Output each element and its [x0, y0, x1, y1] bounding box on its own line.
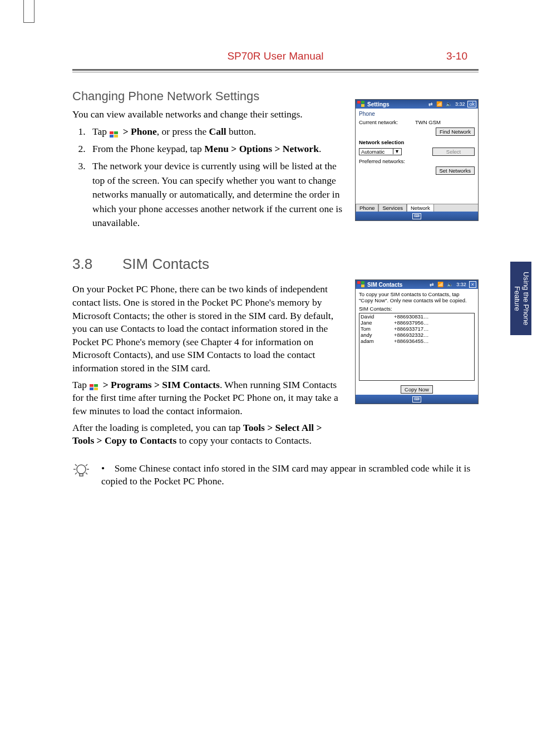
svg-rect-9 — [94, 384, 98, 387]
ok-button[interactable]: ok — [467, 101, 476, 107]
window-title: SIM Contacts — [367, 282, 402, 288]
clock-readout: 3:32 — [456, 282, 466, 287]
svg-rect-3 — [114, 135, 118, 138]
svg-rect-1 — [114, 131, 118, 134]
start-flag-icon — [89, 382, 99, 390]
svg-rect-8 — [90, 384, 93, 387]
intro-paragraph: You can view available networks and chan… — [72, 108, 344, 121]
signal-icon[interactable]: 📶 — [437, 282, 443, 287]
network-selection-label: Network selection — [359, 139, 404, 145]
svg-rect-17 — [80, 474, 83, 476]
svg-rect-13 — [361, 281, 364, 284]
step-3: The network your device is currently usi… — [88, 159, 344, 230]
tab-network[interactable]: Network — [407, 204, 434, 212]
svg-line-22 — [75, 473, 77, 474]
keyboard-icon[interactable]: ⌨ — [412, 213, 421, 219]
clock-readout: 3:32 — [455, 101, 465, 107]
svg-rect-4 — [357, 101, 361, 104]
sim-paragraph-1: On your Pocket PC Phone, there can be tw… — [72, 283, 344, 375]
connectivity-icon[interactable]: ⇄ — [430, 282, 434, 287]
connectivity-icon[interactable]: ⇄ — [428, 101, 433, 107]
screenshot-settings: Settings ⇄ 📶 🔈 3:32 ok Phone Current net… — [355, 99, 479, 221]
svg-rect-14 — [357, 284, 361, 287]
start-flag-icon — [109, 129, 119, 136]
header-rule-thick — [72, 69, 479, 71]
list-item: adam+886936455… — [359, 338, 474, 344]
signal-icon[interactable]: 📶 — [436, 101, 442, 107]
svg-line-21 — [86, 464, 87, 466]
find-network-button[interactable]: Find Network — [436, 127, 475, 136]
select-button: Select — [432, 148, 475, 156]
svg-rect-12 — [357, 281, 361, 284]
svg-rect-11 — [94, 387, 98, 390]
set-networks-button[interactable]: Set Networks — [436, 166, 475, 175]
svg-line-20 — [75, 464, 77, 466]
page-edge-marker — [23, 0, 34, 23]
list-item: Tom+886933717… — [359, 326, 474, 332]
sim-instruction-text: To copy your SIM contacts to Contacts, t… — [359, 291, 475, 303]
tip-text: Some Chinese contact info stored in the … — [101, 463, 470, 487]
svg-rect-5 — [361, 101, 364, 104]
screenshot-sim-contacts: SIM Contacts ⇄ 📶 🔈 3:32 × To copy your S… — [355, 279, 479, 404]
settings-subtitle[interactable]: Phone — [359, 111, 475, 117]
step-1: Tap > Phone, or press the Call button. — [88, 125, 344, 139]
list-item: David+886930831… — [359, 313, 474, 320]
copy-now-button[interactable]: Copy Now — [401, 385, 433, 394]
current-network-value: TWN GSM — [415, 119, 441, 125]
sim-list-label: SIM Contacts: — [359, 306, 475, 312]
svg-rect-6 — [357, 104, 361, 107]
keyboard-icon[interactable]: ⌨ — [412, 396, 421, 402]
network-selection-dropdown[interactable]: Automatic ▼ — [359, 148, 402, 155]
tip-bullet: • — [101, 463, 115, 474]
subsection-heading: Changing Phone Network Settings — [72, 89, 344, 104]
start-flag-icon[interactable] — [357, 101, 365, 107]
window-title: Settings — [367, 101, 389, 107]
section-heading: 3.8SIM Contacts — [72, 256, 479, 273]
page-number: 3-10 — [446, 50, 467, 62]
speaker-icon[interactable]: 🔈 — [447, 282, 453, 287]
svg-point-16 — [77, 465, 86, 474]
svg-line-23 — [86, 473, 87, 474]
sim-paragraph-3: After the loading is completed, you can … — [72, 421, 344, 448]
step-2: From the Phone keypad, tap Menu > Option… — [88, 142, 344, 156]
svg-rect-7 — [361, 104, 364, 107]
sim-paragraph-2: Tap > Programs > SIM Contacts. When runn… — [72, 379, 344, 418]
start-flag-icon[interactable] — [357, 281, 365, 288]
svg-rect-10 — [90, 387, 93, 390]
close-button[interactable]: × — [469, 281, 476, 288]
speaker-icon[interactable]: 🔈 — [446, 101, 452, 107]
settings-tabs: Phone Services Network — [356, 204, 478, 212]
chevron-down-icon: ▼ — [393, 149, 401, 154]
sim-contacts-list[interactable]: David+886930831… Jane+886937956… Tom+886… — [359, 313, 475, 381]
preferred-networks-label: Preferred networks: — [359, 158, 412, 164]
header-title: SP70R User Manual — [227, 50, 323, 62]
chapter-side-tab: Using the Phone Feature — [510, 262, 531, 335]
lightbulb-tip-icon — [72, 462, 90, 482]
list-item: andy+886932332… — [359, 332, 474, 338]
svg-rect-15 — [361, 284, 364, 287]
header-rule-thin — [72, 72, 479, 72]
tab-phone[interactable]: Phone — [356, 204, 378, 212]
list-item: Jane+886937956… — [359, 320, 474, 326]
current-network-label: Current network: — [359, 119, 412, 125]
dropdown-value: Automatic — [361, 149, 385, 155]
svg-rect-0 — [110, 131, 114, 134]
tab-services[interactable]: Services — [378, 204, 406, 212]
svg-rect-2 — [110, 135, 114, 138]
